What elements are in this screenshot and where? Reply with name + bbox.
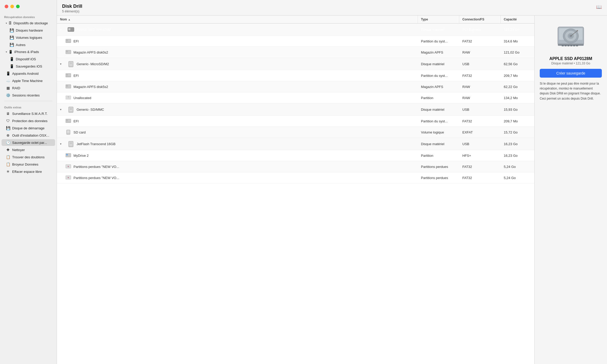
- svg-text:?: ?: [68, 96, 69, 99]
- col-type[interactable]: Type: [418, 16, 459, 23]
- svg-rect-52: [573, 45, 575, 46]
- row-name-text: APPLE SSD AP0128M: [77, 28, 111, 32]
- sidebar-item-smart[interactable]: 🖥 Surveillance S.M.A.R.T.: [2, 110, 55, 117]
- row-type-cell: Partition: [418, 94, 459, 102]
- row-name-cell: Magazin APFS disk5s2: [57, 81, 418, 92]
- osx-install-label: Outil d'installation OSX...: [12, 133, 49, 137]
- sidebar-item-ios-backups[interactable]: 📱 Sauvegardes iOS: [2, 63, 55, 70]
- hd-icon: 💾: [9, 28, 14, 32]
- sidebar-item-ios-device[interactable]: 📱 Dispositif iOS: [2, 56, 55, 62]
- row-capacity-cell: 121,33 Go: [501, 25, 534, 34]
- sidebar-item-clean[interactable]: ✚ Nettoyer: [2, 146, 55, 153]
- svg-text:👻: 👻: [67, 176, 70, 179]
- sidebar-item-logical-volumes[interactable]: 💾 Volumes logiques: [2, 34, 55, 41]
- ios-backup-icon: 📱: [9, 64, 14, 68]
- table-row[interactable]: EFI Partition du syst... FAT32 209,7 Mo: [57, 116, 534, 127]
- sidebar-item-duplicates[interactable]: 📋 Trouver des doublons: [2, 154, 55, 160]
- svg-rect-31: [70, 143, 72, 143]
- sidebar-item-data-shredder[interactable]: 📋 Broyeur Données: [2, 161, 55, 168]
- erase-icon: ✳: [6, 169, 10, 174]
- row-type-cell: Disque matériel: [418, 140, 459, 148]
- table-row[interactable]: Magazin APFS disk5s2 Magazin APFS RAW 62…: [57, 81, 534, 92]
- row-name-cell: Magazin APFS disk0s2: [57, 47, 418, 58]
- col-connection[interactable]: Connection/FS: [459, 16, 501, 23]
- iphone-icon: 📱: [9, 50, 13, 54]
- table-row[interactable]: SD card Volume logique EXFAT 15,72 Go: [57, 127, 534, 138]
- table-row[interactable]: ▾ Generic- SD/MMC Disque matériel: [57, 103, 534, 116]
- row-name-text: EFI: [73, 74, 79, 78]
- byte-backup-label: Sauvegarde octet par...: [12, 141, 47, 145]
- sidebar-item-android[interactable]: 📱 Appareils Android: [2, 70, 55, 77]
- table-row[interactable]: Magazin APFS disk0s2 Magazin APFS RAW 12…: [57, 47, 534, 58]
- ios-icon: 📱: [9, 57, 14, 61]
- partition-icon: 👻: [65, 164, 71, 170]
- row-connection-cell: FAT32: [459, 71, 501, 80]
- sidebar-section-tools: Outils extras: [0, 103, 57, 110]
- row-name-text: Magazin APFS disk0s2: [73, 50, 108, 54]
- sidebar-item-recent-sessions[interactable]: ⚙️ Sessions récentes: [2, 92, 55, 99]
- sort-arrow: ▲: [68, 18, 71, 21]
- row-name-cell: EFI: [57, 70, 418, 81]
- row-name-text: Magazin APFS disk5s2: [73, 85, 108, 89]
- create-backup-button[interactable]: Créer sauvegarde: [540, 69, 602, 78]
- row-connection-cell: FAT32: [459, 174, 501, 182]
- sidebar-item-iphones-ipads[interactable]: ▾ 📱 iPhones & iPads: [2, 49, 55, 55]
- sidebar-item-data-protection[interactable]: 🛡 Protection des données: [2, 117, 55, 124]
- row-capacity-cell: 15,93 Go: [501, 105, 534, 114]
- shield-icon: 🛡: [6, 119, 10, 123]
- table-row[interactable]: ▾ APPLE SSD AP0128M Disque matériel: [57, 24, 534, 36]
- traffic-light-yellow[interactable]: [10, 5, 14, 8]
- expand-chevron[interactable]: ▾: [60, 108, 65, 111]
- sidebar-item-time-machine[interactable]: ☁️ Apple Time Machine: [2, 77, 55, 84]
- row-capacity-cell: 209,7 Mo: [501, 71, 534, 80]
- sessions-icon: ⚙️: [6, 93, 10, 97]
- raid-icon: ▦: [6, 86, 10, 90]
- table-body: ▾ APPLE SSD AP0128M Disque matériel: [57, 24, 534, 183]
- table-row[interactable]: ▾ JetFlash Transcend 16GB Disque matérie…: [57, 138, 534, 150]
- row-connection-cell: EXFAT: [459, 128, 501, 137]
- startup-disk-label: Disque de démarrage: [12, 126, 45, 130]
- sidebar-item-storage-devices[interactable]: ▾ 🗄 Dispositifs de stockage: [2, 20, 55, 26]
- help-book-icon[interactable]: 📖: [596, 4, 602, 10]
- row-name-cell: ▾ Generic- MicroSD/M2: [57, 58, 418, 70]
- clean-label: Nettoyer: [12, 148, 25, 152]
- expand-chevron[interactable]: ▾: [60, 142, 65, 146]
- table-row[interactable]: EFI Partition du syst... FAT32 209,7 Mo: [57, 70, 534, 81]
- traffic-light-green[interactable]: [16, 5, 20, 8]
- sidebar-item-hardware-disks[interactable]: 💾 Disques hardware: [2, 27, 55, 34]
- row-type-cell: Volume logique: [418, 128, 459, 137]
- table-row[interactable]: EFI Partition du syst... FAT32 314,6 Mo: [57, 36, 534, 47]
- col-name[interactable]: Nom ▲: [57, 16, 418, 23]
- svg-rect-14: [66, 74, 68, 76]
- table-row[interactable]: ▾ Generic- MicroSD/M2 Disque matériel: [57, 58, 534, 70]
- expand-chevron[interactable]: ▾: [60, 28, 65, 31]
- storage-label: Dispositifs de stockage: [13, 21, 48, 25]
- sidebar-item-free-space[interactable]: ✳ Effacer espace libre: [2, 168, 55, 175]
- svg-rect-25: [66, 120, 68, 121]
- svg-text:👻: 👻: [67, 165, 70, 168]
- row-name-text: Partitions perdues "NEW VO...: [73, 176, 119, 180]
- row-connection-cell: FAT32: [459, 117, 501, 125]
- table-row[interactable]: MyDrive 2 Partition HFS+ 16,23 Go: [57, 150, 534, 161]
- panel-description: Si le disque ne peut pas être monté pour…: [540, 81, 602, 101]
- sidebar-item-others[interactable]: 💾 Autres: [2, 41, 55, 48]
- partition-icon: [65, 129, 71, 135]
- sidebar-item-startup-disk[interactable]: 💾 Disque de démarrage: [2, 125, 55, 131]
- traffic-light-red[interactable]: [5, 5, 8, 8]
- sidebar-item-byte-backup[interactable]: 🕐 Sauvegarde octet par...: [2, 139, 55, 146]
- partition-icon: [65, 49, 71, 55]
- sidebar-item-osx-install[interactable]: ⊗ Outil d'installation OSX...: [2, 132, 55, 139]
- sidebar-item-raid[interactable]: ▦ RAID: [2, 85, 55, 91]
- hardware-disks-label: Disques hardware: [16, 28, 43, 32]
- app-subtitle: 5 élément(s): [62, 10, 602, 13]
- row-name-cell: EFI: [57, 36, 418, 47]
- disk-illustration: [555, 24, 586, 50]
- table-row[interactable]: 👻 Partitions perdues "NEW VO... Partitio…: [57, 161, 534, 172]
- row-connection-cell: USB: [459, 140, 501, 148]
- table-row[interactable]: 👻 Partitions perdues "NEW VO... Partitio…: [57, 172, 534, 183]
- row-name-text: Unallocated: [73, 96, 91, 100]
- col-capacity[interactable]: Capacité: [501, 16, 534, 23]
- table-row[interactable]: ? Unallocated Partition RAW 134,2 Mo: [57, 92, 534, 103]
- row-type-cell: Disque matériel: [418, 60, 459, 68]
- expand-chevron[interactable]: ▾: [60, 62, 65, 66]
